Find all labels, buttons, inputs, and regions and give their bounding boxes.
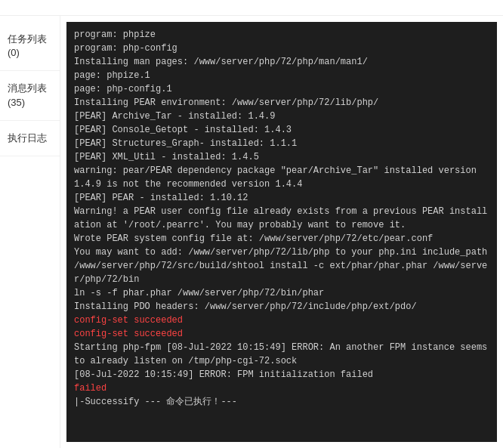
sidebar-item-task-list[interactable]: 任务列表 (0) [0, 22, 60, 71]
terminal-line: page: php-config.1 [74, 82, 489, 96]
terminal-line: [PEAR] Console_Getopt - installed: 1.4.3 [74, 123, 489, 137]
terminal-line: [PEAR] Archive_Tar - installed: 1.4.9 [74, 110, 489, 123]
terminal-line: You may want to add: /www/server/php/72/… [74, 246, 489, 259]
terminal-line: /www/server/php/72/src/build/shtool inst… [74, 259, 489, 286]
sidebar: 任务列表 (0)消息列表 (35)执行日志 [0, 16, 60, 448]
terminal-line: ln -s -f phar.phar /www/server/php/72/bi… [74, 286, 489, 300]
terminal-line: Installing PEAR environment: /www/server… [74, 96, 489, 110]
terminal-line: [PEAR] Structures_Graph- installed: 1.1.… [74, 137, 489, 150]
sidebar-item-exec-log[interactable]: 执行日志 [0, 121, 60, 156]
terminal-line: Starting php-fpm [08-Jul-2022 10:15:49] … [74, 341, 489, 368]
terminal-line: warning: pear/PEAR dependency package "p… [74, 164, 489, 191]
terminal-line: config-set succeeded [74, 327, 489, 341]
terminal-line: Installing PDO headers: /www/server/php/… [74, 300, 489, 314]
terminal-line: [PEAR] XML_Util - installed: 1.4.5 [74, 150, 489, 164]
terminal-line: Wrote PEAR system config file at: /www/s… [74, 232, 489, 246]
terminal-line: Warning! a PEAR user config file already… [74, 205, 489, 232]
content-area: program: phpizeprogram: php-configInstal… [60, 16, 503, 448]
main-layout: 任务列表 (0)消息列表 (35)执行日志 program: phpizepro… [0, 16, 503, 448]
terminal-line: program: phpize [74, 28, 489, 42]
page-header [0, 0, 503, 16]
sidebar-item-message-list[interactable]: 消息列表 (35) [0, 71, 60, 120]
terminal-line: |-Successify --- 命令已执行！--- [74, 395, 489, 409]
terminal-line: page: phpize.1 [74, 69, 489, 82]
terminal-line: [PEAR] PEAR - installed: 1.10.12 [74, 191, 489, 205]
terminal-line: failed [74, 382, 489, 395]
terminal-line: Installing man pages: /www/server/php/72… [74, 55, 489, 69]
terminal-line: [08-Jul-2022 10:15:49] ERROR: FPM initia… [74, 368, 489, 382]
terminal-line: program: php-config [74, 42, 489, 55]
terminal-line: config-set succeeded [74, 314, 489, 327]
terminal-output[interactable]: program: phpizeprogram: php-configInstal… [66, 22, 497, 442]
